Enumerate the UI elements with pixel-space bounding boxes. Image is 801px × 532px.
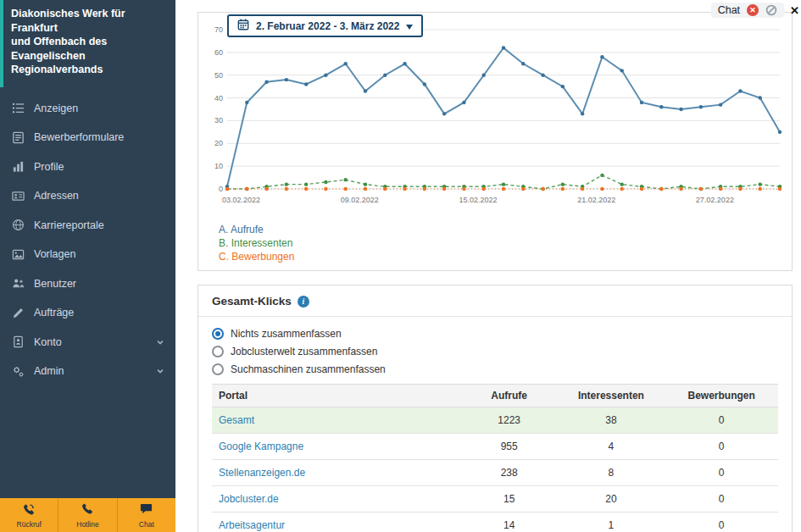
sidebar-item-anzeigen[interactable]: Anzeigen: [0, 94, 175, 124]
chat-widget-label: Chat: [718, 4, 740, 16]
sidebar-item-konto[interactable]: Konto: [0, 328, 175, 357]
sidebar-item-admin[interactable]: Admin: [0, 357, 175, 386]
panel-header: Gesamt-Klicks i: [198, 285, 792, 317]
radio-jobclusterwelt-zusammenfassen[interactable]: Jobclusterwelt zusammenfassen: [212, 346, 778, 357]
col-aufrufe[interactable]: Aufrufe: [461, 385, 558, 407]
panel-body: Nichts zusammenfassen Jobclusterwelt zus…: [198, 317, 792, 532]
panel-title: Gesamt-Klicks: [212, 295, 292, 308]
chevron-down-icon: [156, 338, 164, 346]
chat-button[interactable]: Chat: [118, 498, 175, 532]
calendar-icon: [237, 19, 249, 33]
sidebar-item-label: Anzeigen: [34, 103, 78, 114]
interessenten-value: 20: [557, 486, 665, 513]
rueckruf-label: Rückruf: [17, 520, 42, 529]
svg-text:20: 20: [214, 139, 223, 147]
portal-link[interactable]: Google Kampagne: [212, 434, 461, 460]
col-portal[interactable]: Portal: [212, 385, 461, 407]
sidebar-item-benutzer[interactable]: Benutzer: [0, 269, 175, 299]
radio-indicator: [212, 363, 224, 375]
sidebar: Diakonisches Werk für Frankfurt und Offe…: [0, 0, 175, 532]
sidebar-item-bewerberformulare[interactable]: Bewerberformulare: [0, 123, 175, 152]
legend-interessenten[interactable]: B. Interessenten: [219, 236, 787, 250]
interessenten-value: 1: [557, 513, 665, 532]
radio-label: Jobclusterwelt zusammenfassen: [231, 346, 377, 357]
phone-icon: [81, 502, 94, 518]
sidebar-item-label: Konto: [34, 336, 62, 348]
gears-icon: [11, 365, 25, 378]
portal-link[interactable]: Arbeitsagentur: [212, 513, 461, 532]
info-icon[interactable]: i: [298, 296, 309, 308]
image-icon: [11, 248, 25, 261]
portal-link[interactable]: Jobcluster.de: [212, 486, 461, 513]
bar-chart-icon: [11, 160, 25, 173]
radio-label: Nichts zusammenfassen: [231, 328, 342, 340]
date-range-picker[interactable]: 2. Februar 2022 - 3. März 2022: [227, 14, 423, 37]
table-row: Arbeitsagentur 14 1 0: [212, 513, 778, 532]
portal-clicks-table: Portal Aufrufe Interessenten Bewerbungen…: [212, 384, 778, 532]
chat-disabled-icon[interactable]: [765, 4, 777, 16]
app-window: Diakonisches Werk für Frankfurt und Offe…: [0, 0, 801, 532]
window-close-icon[interactable]: ✕: [790, 5, 799, 16]
portal-link[interactable]: Stellenanzeigen.de: [212, 460, 461, 486]
chat-status-pill: Chat ✕: [711, 3, 784, 18]
aufrufe-value: 1223: [461, 407, 558, 434]
bewerbungen-value: 0: [665, 460, 778, 486]
hotline-button[interactable]: Hotline: [58, 498, 117, 532]
main-content: Chat ✕ ✕ 2. Februar 2022 - 3. März 2022 …: [175, 0, 801, 532]
sidebar-item-label: Benutzer: [34, 278, 76, 290]
chat-bubble-icon: [140, 502, 153, 518]
svg-text:10: 10: [214, 162, 223, 170]
table-header-row: Portal Aufrufe Interessenten Bewerbungen: [212, 385, 778, 407]
chat-error-icon[interactable]: ✕: [747, 4, 759, 16]
radio-suchmaschinen-zusammenfassen[interactable]: Suchmaschinen zusammenfassen: [212, 363, 778, 375]
aufrufe-value: 238: [461, 460, 558, 486]
sidebar-item-label: Vorlagen: [34, 248, 75, 260]
portal-link[interactable]: Gesamt: [212, 407, 461, 434]
svg-text:70: 70: [214, 25, 223, 34]
statistics-chart-panel: 2. Februar 2022 - 3. März 2022 010203040…: [197, 12, 793, 271]
svg-text:09.02.2022: 09.02.2022: [341, 196, 379, 204]
sidebar-item-label: Karriereportale: [34, 219, 104, 231]
gesamt-klicks-panel: Gesamt-Klicks i Nichts zusammenfassen Jo…: [197, 285, 793, 532]
table-row: Gesamt 1223 38 0: [212, 407, 778, 434]
interessenten-value: 8: [557, 460, 665, 486]
svg-text:40: 40: [214, 94, 223, 103]
chat-button-label: Chat: [139, 520, 154, 529]
interessenten-value: 38: [557, 407, 665, 434]
legend-aufrufe[interactable]: A. Aufrufe: [219, 223, 787, 236]
globe-icon: [11, 219, 25, 231]
users-icon: [11, 277, 25, 290]
radio-nichts-zusammenfassen[interactable]: Nichts zusammenfassen: [212, 328, 778, 340]
aufrufe-value: 14: [461, 513, 558, 532]
sidebar-item-label: Adressen: [34, 190, 79, 202]
chat-widget-controls: Chat ✕ ✕: [711, 3, 799, 18]
org-title-line: Diakonisches Werk für Frankfurt: [11, 7, 167, 35]
address-card-icon: [11, 190, 25, 202]
org-title-line: Evangelischen Regionalverbands: [11, 49, 167, 77]
date-range-label: 2. Februar 2022 - 3. März 2022: [256, 20, 399, 32]
sidebar-nav: Anzeigen Bewerberformulare Profile Adres…: [0, 94, 175, 386]
org-title: Diakonisches Werk für Frankfurt und Offe…: [0, 0, 175, 87]
hotline-label: Hotline: [76, 520, 98, 529]
sidebar-item-adressen[interactable]: Adressen: [0, 181, 175, 211]
sidebar-item-vorlagen[interactable]: Vorlagen: [0, 240, 175, 269]
sidebar-item-auftraege[interactable]: Aufträge: [0, 298, 175, 328]
radio-label: Suchmaschinen zusammenfassen: [231, 363, 386, 375]
bewerbungen-value: 0: [665, 434, 778, 460]
sidebar-item-karriereportale[interactable]: Karriereportale: [0, 211, 175, 241]
svg-text:15.02.2022: 15.02.2022: [459, 196, 497, 204]
rueckruf-button[interactable]: Rückruf: [0, 498, 58, 532]
table-row: Google Kampagne 955 4 0: [212, 434, 778, 460]
interessenten-value: 4: [557, 434, 665, 460]
sidebar-item-profile[interactable]: Profile: [0, 152, 175, 182]
pen-icon: [11, 307, 25, 319]
radio-indicator: [212, 346, 224, 357]
legend-bewerbungen[interactable]: C. Bewerbungen: [219, 250, 787, 263]
svg-text:27.02.2022: 27.02.2022: [696, 196, 734, 204]
svg-text:50: 50: [214, 71, 223, 80]
col-bewerbungen[interactable]: Bewerbungen: [665, 385, 778, 407]
aufrufe-value: 955: [461, 434, 558, 460]
table-row: Stellenanzeigen.de 238 8 0: [212, 460, 778, 486]
svg-text:60: 60: [214, 48, 223, 57]
col-interessenten[interactable]: Interessenten: [557, 385, 665, 407]
